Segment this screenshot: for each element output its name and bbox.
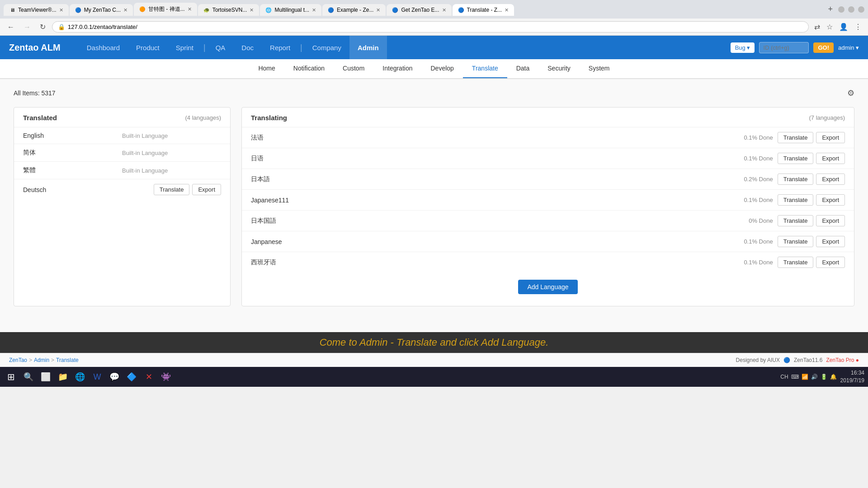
bookmark-button[interactable]: ☆ bbox=[825, 22, 835, 32]
tab-close-zentao-my[interactable]: ✕ bbox=[123, 7, 127, 13]
browser-tab-gantao[interactable]: 🟠甘特图 - 禅道...✕ bbox=[134, 3, 197, 16]
browser-tab-teamviewer[interactable]: 🖥TeamViewer®...✕ bbox=[4, 4, 69, 16]
forward-button[interactable]: → bbox=[21, 22, 33, 32]
nav-item-qa[interactable]: QA bbox=[208, 36, 234, 59]
taskbar-game-icon[interactable]: 👾 bbox=[158, 369, 174, 385]
lang-name-日本語: 日本語 bbox=[251, 175, 728, 183]
lang-actions-Japanese111: Translate Export bbox=[778, 194, 845, 206]
tab-close-translate[interactable]: ✕ bbox=[505, 7, 509, 13]
nav-item-report[interactable]: Report bbox=[262, 36, 298, 59]
taskbar-chrome-icon[interactable]: 🌐 bbox=[72, 369, 88, 385]
subnav-item-develop[interactable]: Develop bbox=[421, 59, 462, 78]
browser-tab-multilingual[interactable]: 🌐Multilingual t...✕ bbox=[260, 4, 321, 16]
taskbar-search-icon[interactable]: 🔍 bbox=[20, 369, 37, 385]
export-button-日语[interactable]: Export bbox=[816, 153, 845, 164]
translate-button-Japanese111[interactable]: Translate bbox=[778, 194, 814, 206]
tab-close-teamviewer[interactable]: ✕ bbox=[59, 7, 63, 13]
lang-progress-Janpanese: 0.1% Done bbox=[728, 238, 773, 245]
minimize-button[interactable] bbox=[838, 6, 844, 13]
browser-tab-example[interactable]: 🔵Example - Ze...✕ bbox=[322, 4, 386, 16]
translate-button-日语[interactable]: Translate bbox=[778, 153, 814, 164]
lang-name-日语: 日语 bbox=[251, 155, 728, 163]
tab-favicon-example: 🔵 bbox=[328, 7, 334, 13]
translating-lang-row-4: 日本国語 0% Done Translate Export bbox=[242, 211, 854, 231]
id-input[interactable] bbox=[759, 42, 809, 53]
subnav-item-home[interactable]: Home bbox=[249, 59, 284, 78]
taskbar-chat-icon[interactable]: 💬 bbox=[106, 369, 123, 385]
browser-tab-tortoise[interactable]: 🐢TortoiseSVN...✕ bbox=[198, 4, 259, 16]
maximize-button[interactable] bbox=[848, 6, 854, 13]
browser-tab-translate[interactable]: 🔵Translate - Z...✕ bbox=[453, 4, 514, 16]
export-button-Japanese111[interactable]: Export bbox=[816, 194, 845, 206]
translating-lang-row-1: 日语 0.1% Done Translate Export bbox=[242, 148, 854, 169]
settings-gear-button[interactable]: ⚙ bbox=[847, 88, 854, 98]
all-items-text: All Items: 5317 bbox=[14, 89, 56, 97]
footer-info: Designed by AIUX 🔵 ZenTao11.6 ZenTao Pro… bbox=[736, 357, 859, 363]
new-tab-button[interactable]: + bbox=[828, 5, 833, 14]
export-button-西班牙语[interactable]: Export bbox=[816, 257, 845, 268]
breadcrumb-item-translate[interactable]: Translate bbox=[56, 357, 79, 363]
breadcrumb-item-zentao[interactable]: ZenTao bbox=[9, 357, 27, 363]
lang-name-日本国語: 日本国語 bbox=[251, 217, 728, 225]
export-button-日本語[interactable]: Export bbox=[816, 174, 845, 185]
nav-item-dashboard[interactable]: Dashboard bbox=[79, 36, 128, 59]
tab-close-example[interactable]: ✕ bbox=[376, 7, 380, 13]
add-language-button[interactable]: Add Language bbox=[518, 280, 577, 294]
subnav-item-security[interactable]: Security bbox=[538, 59, 580, 78]
browser-tab-getzentao[interactable]: 🔵Get ZenTao E...✕ bbox=[387, 4, 451, 16]
browser-tab-zentao-my[interactable]: 🔵My ZenTao C...✕ bbox=[70, 4, 133, 16]
tab-close-gantao[interactable]: ✕ bbox=[188, 6, 192, 12]
refresh-button[interactable]: ↻ bbox=[37, 22, 48, 32]
go-button[interactable]: GO! bbox=[813, 42, 834, 53]
nav-item-admin[interactable]: Admin bbox=[349, 36, 387, 59]
lang-name-Japanese111: Japanese111 bbox=[251, 197, 728, 204]
taskbar-word-icon[interactable]: W bbox=[89, 369, 105, 385]
export-button-法语[interactable]: Export bbox=[816, 132, 845, 143]
nav-item-sprint[interactable]: Sprint bbox=[168, 36, 202, 59]
close-button[interactable] bbox=[858, 6, 864, 13]
subnav-item-system[interactable]: System bbox=[580, 59, 619, 78]
tab-favicon-getzentao: 🔵 bbox=[392, 7, 398, 13]
translating-lang-row-6: 西班牙语 0.1% Done Translate Export bbox=[242, 252, 854, 272]
export-button-Deutsch[interactable]: Export bbox=[192, 184, 221, 195]
annotation-text: Come to Admin - Translate and click Add … bbox=[320, 337, 549, 348]
taskbar-red-icon[interactable]: ✕ bbox=[141, 369, 157, 385]
translated-lang-row-0: English Built-in Language bbox=[14, 127, 230, 144]
subnav-item-integration[interactable]: Integration bbox=[373, 59, 421, 78]
tab-close-multilingual[interactable]: ✕ bbox=[312, 7, 316, 13]
translate-button-日本国語[interactable]: Translate bbox=[778, 215, 814, 226]
tab-label-gantao: 甘特图 - 禅道... bbox=[148, 5, 185, 13]
admin-menu[interactable]: admin ▾ bbox=[838, 44, 859, 51]
subnav-item-translate[interactable]: Translate bbox=[463, 59, 507, 78]
tab-close-getzentao[interactable]: ✕ bbox=[442, 7, 446, 13]
profile-button[interactable]: 👤 bbox=[837, 22, 850, 32]
start-button[interactable]: ⊞ bbox=[4, 370, 19, 384]
translate-button-法语[interactable]: Translate bbox=[778, 132, 814, 143]
nav-item-product[interactable]: Product bbox=[128, 36, 168, 59]
address-input[interactable] bbox=[68, 23, 803, 30]
admin-subnav: HomeNotificationCustomIntegrationDevelop… bbox=[0, 59, 868, 79]
export-button-日本国語[interactable]: Export bbox=[816, 215, 845, 226]
subnav-item-custom[interactable]: Custom bbox=[334, 59, 373, 78]
taskbar-cortana-icon[interactable]: ⬜ bbox=[38, 369, 54, 385]
translate-button-Janpanese[interactable]: Translate bbox=[778, 236, 814, 247]
tab-close-tortoise[interactable]: ✕ bbox=[250, 7, 254, 13]
subnav-item-notification[interactable]: Notification bbox=[284, 59, 334, 78]
translating-panel-header: Translating (7 languages) bbox=[242, 108, 854, 127]
export-button-Janpanese[interactable]: Export bbox=[816, 236, 845, 247]
lang-builtin: Built-in Language bbox=[122, 167, 221, 174]
nav-item-doc[interactable]: Doc bbox=[233, 36, 262, 59]
subnav-item-data[interactable]: Data bbox=[507, 59, 539, 78]
translate-icon-btn[interactable]: ⇄ bbox=[812, 22, 822, 32]
translate-button-西班牙语[interactable]: Translate bbox=[778, 257, 814, 268]
tab-label-translate: Translate - Z... bbox=[467, 7, 502, 13]
bug-button[interactable]: Bug ▾ bbox=[731, 42, 755, 53]
menu-button[interactable]: ⋮ bbox=[853, 22, 863, 32]
translate-button-日本語[interactable]: Translate bbox=[778, 174, 814, 185]
taskbar-misc-icon[interactable]: 🔷 bbox=[123, 369, 140, 385]
taskbar-explorer-icon[interactable]: 📁 bbox=[55, 369, 71, 385]
nav-item-company[interactable]: Company bbox=[304, 36, 349, 59]
back-button[interactable]: ← bbox=[5, 22, 17, 32]
breadcrumb-item-admin[interactable]: Admin bbox=[34, 357, 49, 363]
translate-button-Deutsch[interactable]: Translate bbox=[154, 184, 190, 195]
